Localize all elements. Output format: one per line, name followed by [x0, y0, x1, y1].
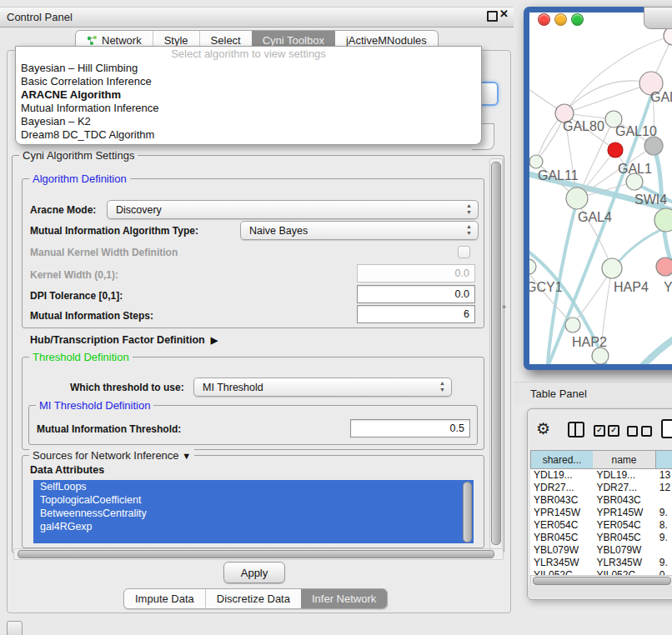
column-header-clipped[interactable] — [656, 450, 672, 469]
expand-right-icon: ▶ — [211, 335, 218, 345]
table-row[interactable]: YPR145WYPR145W9. — [530, 507, 672, 519]
dropdown-item[interactable]: Bayesian – Hill Climbing — [16, 62, 481, 75]
tab-label: Network — [102, 34, 142, 47]
network-node[interactable] — [592, 348, 609, 364]
network-node-gray[interactable] — [644, 137, 663, 155]
svg-text:HAP2: HAP2 — [572, 335, 607, 349]
table-row-clipped[interactable]: YIL052CYIL052C0. — [530, 569, 672, 575]
svg-text:GAL11: GAL11 — [538, 168, 579, 182]
mi-type-combo[interactable]: Naive Bayes ▲▼ — [240, 221, 479, 240]
dropdown-item[interactable]: Bayesian – K2 — [16, 115, 481, 128]
table-row[interactable]: YER054CYER054C8. — [530, 519, 672, 532]
list-item[interactable]: BetweennessCentrality — [33, 507, 474, 520]
svg-text:GCY1: GCY1 — [529, 280, 563, 294]
network-node-red[interactable] — [608, 142, 623, 158]
tab-discretize-data[interactable]: Discretize Data — [205, 589, 301, 608]
collapsed-panel-button[interactable] — [7, 621, 23, 635]
list-item[interactable]: TopologicalCoefficient — [33, 493, 474, 507]
column-selector-icon[interactable] — [568, 422, 584, 438]
collapse-down-icon: ▼ — [182, 451, 191, 461]
float-window-icon[interactable] — [487, 11, 498, 22]
select-all-icon[interactable]: ✓✓ — [594, 425, 619, 437]
panel-icon[interactable] — [661, 419, 672, 438]
mi-threshold-label: Mutual Information Threshold: — [37, 423, 181, 435]
table-row[interactable]: YBR043CYBR043C — [530, 494, 672, 507]
dropdown-item[interactable]: Mutual Information Inference — [16, 102, 481, 115]
kernel-width-field: 0.0 — [357, 264, 475, 282]
table-row[interactable]: YDL19...YDL19...13 — [530, 469, 672, 482]
list-item[interactable]: SelfLoops — [33, 480, 474, 493]
network-node-gcy1[interactable] — [529, 259, 536, 274]
manual-kernel-label: Manual Kernel Width Definition — [30, 247, 178, 258]
sources-toggle[interactable]: Sources for Network Inference ▼ — [29, 449, 194, 462]
settings-horizontal-scrollbar[interactable] — [13, 548, 504, 560]
data-attributes-list[interactable]: SelfLoops TopologicalCoefficient Between… — [33, 480, 474, 543]
data-attributes-label: Data Attributes — [30, 464, 104, 476]
column-header-shared[interactable]: shared... — [530, 450, 594, 469]
svg-text:GAL4: GAL4 — [578, 210, 612, 224]
deselect-all-icon[interactable] — [627, 426, 652, 437]
mi-steps-field[interactable]: 6 — [357, 305, 475, 323]
table-panel-title: Table Panel — [530, 388, 587, 400]
cyni-bottom-tabbar: Impute Data Discretize Data Infer Networ… — [123, 588, 388, 609]
tab-impute-data[interactable]: Impute Data — [124, 589, 205, 608]
dpi-tolerance-field[interactable]: 0.0 — [357, 285, 475, 303]
dropdown-item[interactable]: Basic Correlation Inference — [16, 75, 481, 88]
panel-splitter-grip[interactable]: » — [502, 302, 506, 311]
apply-button[interactable]: Apply — [223, 562, 285, 583]
control-panel-titlebar: Control Panel — [0, 7, 514, 28]
table-row[interactable]: YBR045CYBR045C9. — [530, 532, 672, 544]
network-node-gal4[interactable] — [566, 188, 588, 209]
mi-threshold-field[interactable]: 0.5 — [350, 419, 470, 438]
svg-text:GAL1: GAL1 — [618, 162, 652, 176]
scrollbar-thumb[interactable] — [491, 162, 501, 545]
combo-arrows-icon: ▲▼ — [439, 380, 445, 393]
group-title: Algorithm Definition — [29, 172, 130, 185]
table-row[interactable]: YDR27...YDR27...12 — [530, 482, 672, 494]
gear-icon[interactable]: ⚙ — [536, 419, 550, 438]
list-scrollbar-thumb[interactable] — [463, 482, 472, 542]
dpi-tolerance-label: DPI Tolerance [0,1]: — [30, 290, 123, 302]
network-node[interactable] — [664, 27, 672, 45]
scrollbar-thumb[interactable] — [18, 550, 494, 558]
algorithm-dropdown: Select algorithm to view settings Bayesi… — [15, 46, 482, 145]
network-node[interactable] — [656, 258, 672, 276]
combo-arrows-icon: ▲▼ — [466, 223, 472, 237]
svg-text:GAL10: GAL10 — [615, 124, 657, 138]
hub-definition-toggle[interactable]: Hub/Transcription Factor Definition ▶ — [30, 334, 218, 346]
group-title: Cyni Algorithm Settings — [19, 149, 138, 162]
mi-type-label: Mutual Information Algorithm Type: — [30, 225, 198, 237]
kernel-width-label: Kernel Width (0,1): — [30, 269, 118, 281]
list-item[interactable]: gal4RGexp — [33, 520, 474, 533]
network-canvas[interactable]: GAL GAL80 GAL10 GAL1 GAL11 SWI4 GAL4 GCY… — [529, 12, 672, 364]
network-node-hap2[interactable] — [565, 318, 580, 332]
column-header-name[interactable]: name — [593, 450, 656, 469]
network-icon — [87, 35, 98, 46]
svg-text:HAP4: HAP4 — [614, 280, 649, 294]
scrollbar-thumb[interactable] — [533, 577, 671, 585]
network-node-hap4[interactable] — [602, 258, 622, 278]
combo-arrows-icon: ▲▼ — [466, 202, 472, 216]
window-title: Control Panel — [7, 11, 73, 23]
which-threshold-combo[interactable]: MI Threshold ▲▼ — [193, 378, 452, 397]
group-title: MI Threshold Definition — [36, 399, 153, 412]
network-node-gal1[interactable] — [626, 173, 643, 190]
table-row[interactable]: YBL079WYBL079W — [530, 544, 672, 557]
network-node-labels: GAL GAL80 GAL10 GAL1 GAL11 SWI4 GAL4 GCY… — [529, 90, 672, 349]
svg-text:GAL80: GAL80 — [563, 119, 604, 133]
manual-kernel-checkbox — [458, 246, 470, 258]
dropdown-item-selected[interactable]: ARACNE Algorithm — [16, 88, 481, 102]
dropdown-item[interactable]: Dream8 DC_TDC Algorithm — [16, 128, 481, 142]
table-row[interactable]: YLR345WYLR345W9. — [530, 557, 672, 569]
network-node-gal11[interactable] — [529, 155, 543, 168]
dropdown-prompt: Select algorithm to view settings — [16, 47, 481, 62]
settings-vertical-scrollbar[interactable] — [489, 158, 503, 551]
toolbar-corner-fragment — [644, 7, 672, 29]
svg-text:GAL: GAL — [650, 90, 672, 104]
screen: Control Panel ✕ Network Style Select Cyn… — [0, 0, 672, 635]
network-node[interactable] — [654, 208, 672, 232]
table-window-footer — [528, 585, 672, 598]
tab-infer-network[interactable]: Infer Network — [301, 589, 387, 608]
close-icon[interactable]: ✕ — [499, 8, 509, 20]
aracne-mode-combo[interactable]: Discovery ▲▼ — [107, 200, 479, 219]
